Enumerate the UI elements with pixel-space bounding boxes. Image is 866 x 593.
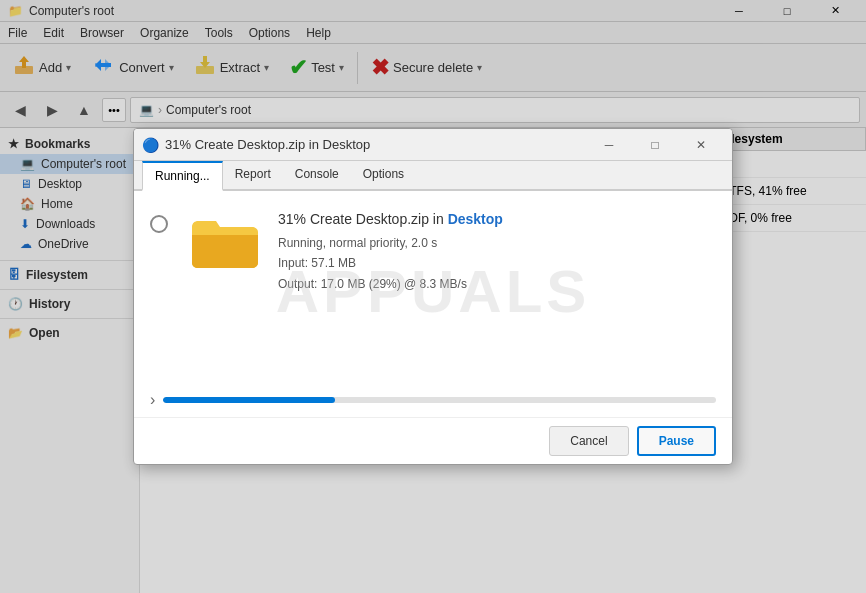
dialog-line-0: Running, normal priority, 2.0 s [278, 233, 716, 253]
dialog-minimize-button[interactable]: ─ [586, 130, 632, 160]
progress-chevron[interactable]: › [150, 391, 155, 409]
dialog-controls: ─ □ ✕ [586, 130, 724, 160]
pause-button[interactable]: Pause [637, 426, 716, 456]
dialog-info: 31% Create Desktop.zip in Desktop Runnin… [278, 211, 716, 294]
progress-bar-container [163, 397, 716, 403]
folder-large-icon [188, 211, 258, 271]
cancel-button[interactable]: Cancel [549, 426, 628, 456]
progress-bar-area: › [134, 391, 732, 417]
dialog-content: APPUALS 31% Create Desktop.zip in Deskto… [134, 191, 732, 391]
progress-bar-fill [163, 397, 334, 403]
dialog-close-button[interactable]: ✕ [678, 130, 724, 160]
dialog-title-text: 31% Create Desktop.zip in Desktop [165, 137, 580, 152]
dialog-tab-report[interactable]: Report [223, 161, 283, 191]
dialog-line-1: Input: 57.1 MB [278, 253, 716, 273]
dialog-footer: Cancel Pause [134, 417, 732, 464]
dialog-tab-running[interactable]: Running... [142, 161, 223, 191]
dialog-maximize-button[interactable]: □ [632, 130, 678, 160]
dialog-tab-console[interactable]: Console [283, 161, 351, 191]
dialog-tab-options[interactable]: Options [351, 161, 416, 191]
progress-radio [150, 215, 168, 233]
dialog-highlight: Desktop [448, 211, 503, 227]
dialog-title-icon: 🔵 [142, 137, 159, 153]
progress-dialog: 🔵 31% Create Desktop.zip in Desktop ─ □ … [133, 128, 733, 465]
dialog-title-bar: 🔵 31% Create Desktop.zip in Desktop ─ □ … [134, 129, 732, 161]
dialog-tabs: Running... Report Console Options [134, 161, 732, 191]
dialog-overlay: 🔵 31% Create Desktop.zip in Desktop ─ □ … [0, 0, 866, 593]
dialog-line-2: Output: 17.0 MB (29%) @ 8.3 MB/s [278, 274, 716, 294]
dialog-operation-title: 31% Create Desktop.zip in Desktop [278, 211, 716, 227]
